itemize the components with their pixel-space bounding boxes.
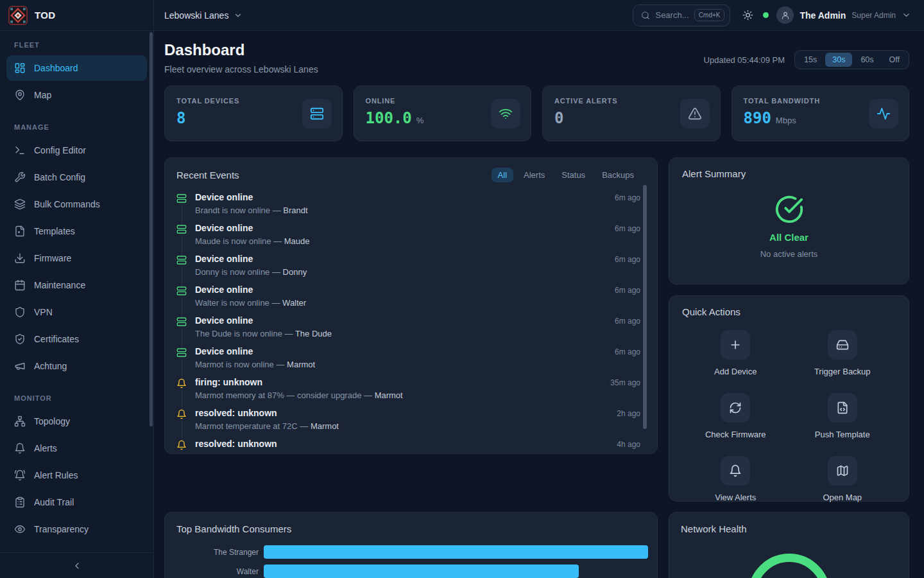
sidebar-item-label: Achtung — [34, 361, 67, 371]
sidebar-item-alerts[interactable]: Alerts — [6, 435, 147, 461]
sidebar-item-batch-config[interactable]: Batch Config — [6, 164, 147, 190]
terminal-icon — [14, 144, 26, 156]
activity-icon — [877, 107, 891, 121]
trigger-backup-button[interactable]: Trigger Backup — [814, 330, 871, 376]
updated-timestamp: Updated 05:44:09 PM — [704, 55, 785, 65]
tod-logo-icon — [8, 6, 28, 25]
quick-actions-panel: Quick Actions Add Device Trigger Backup … — [669, 295, 909, 502]
avatar — [776, 6, 794, 24]
sidebar-item-map[interactable]: Map — [6, 82, 147, 108]
sidebar-item-vpn[interactable]: VPN — [6, 299, 147, 325]
event-time: 6m ago — [615, 346, 640, 376]
bandwidth-device-label: Walter — [176, 567, 259, 576]
event-detail: Donny is now online — — [195, 267, 280, 277]
refresh-option-30s[interactable]: 30s — [825, 53, 852, 67]
quick-action-label: Trigger Backup — [814, 367, 871, 376]
event-detail: Walter is now online — — [195, 298, 280, 308]
sidebar-item-audit-trail[interactable]: Audit Trail — [6, 489, 147, 515]
sidebar-item-label: Bulk Commands — [34, 199, 100, 209]
theme-toggle[interactable] — [742, 10, 753, 21]
quick-action-label: Add Device — [714, 367, 757, 376]
tab-alerts[interactable]: Alerts — [517, 168, 551, 182]
page-subtitle: Fleet overview across Lebowski Lanes — [164, 64, 318, 74]
sidebar-item-label: Audit Trail — [34, 497, 74, 507]
sidebar-item-templates[interactable]: Templates — [6, 218, 147, 244]
refresh-option-15s[interactable]: 15s — [797, 53, 824, 67]
server-icon — [176, 193, 187, 204]
tab-status[interactable]: Status — [555, 168, 592, 182]
add-device-button[interactable]: Add Device — [714, 330, 757, 376]
page-header: Dashboard Fleet overview across Lebowski… — [164, 41, 909, 74]
sidebar-item-maintenance[interactable]: Maintenance — [6, 272, 147, 298]
sidebar-item-label: Transparency — [34, 524, 89, 534]
event-device: Marmot — [311, 421, 339, 431]
alert-summary-panel: Alert Summary All Clear No active alerts — [669, 157, 909, 285]
chevron-left-icon — [72, 561, 82, 571]
org-switcher[interactable]: Lebowski Lanes — [164, 10, 243, 21]
event-row: resolved: unknown 4h ago — [176, 438, 640, 454]
alert-triangle-icon — [688, 107, 702, 121]
event-detail: Maude is now online — — [195, 236, 282, 246]
sidebar-item-label: Certificates — [34, 334, 79, 344]
megaphone-icon — [14, 360, 26, 372]
sidebar-item-alert-rules[interactable]: Alert Rules — [6, 462, 147, 488]
sidebar-item-label: Alert Rules — [34, 470, 78, 480]
sidebar-item-topology[interactable]: Topology — [6, 408, 147, 434]
wrench-icon — [14, 171, 26, 183]
check-circle-icon — [774, 195, 804, 224]
sidebar-item-certificates[interactable]: Certificates — [6, 326, 147, 352]
sidebar-item-bulk-commands[interactable]: Bulk Commands — [6, 191, 147, 217]
tab-all[interactable]: All — [492, 168, 513, 182]
refresh-option-off[interactable]: Off — [882, 53, 907, 67]
view-alerts-button[interactable]: View Alerts — [715, 456, 756, 502]
search-input[interactable]: Search... Cmd+K — [633, 4, 730, 26]
sidebar-item-transparency[interactable]: Transparency — [6, 516, 147, 542]
bandwidth-row: The Stranger — [176, 545, 648, 559]
refresh-option-60s[interactable]: 60s — [853, 53, 880, 67]
top-bandwidth-panel: Top Bandwidth Consumers The Stranger Wal… — [164, 512, 658, 578]
sidebar-item-achtung[interactable]: Achtung — [6, 353, 147, 379]
sidebar-item-label: Config Editor — [34, 145, 86, 155]
event-device: Marmot — [287, 360, 315, 369]
section-label-fleet: FLEET — [14, 41, 147, 49]
sidebar-item-label: Map — [34, 90, 51, 100]
check-firmware-button[interactable]: Check Firmware — [705, 393, 766, 439]
stat-value: 100.0 — [366, 109, 412, 127]
user-name: The Admin — [800, 10, 846, 21]
refresh-icon — [729, 401, 742, 414]
network-health-panel: Network Health 100 — [669, 512, 909, 578]
event-row: Device online The Dude is now online — T… — [176, 315, 640, 346]
user-menu[interactable]: The Admin Super Admin — [776, 6, 911, 24]
sidebar-item-label: Templates — [34, 226, 75, 236]
bell-ring-icon — [14, 469, 26, 481]
sidebar-collapse-button[interactable] — [0, 552, 153, 578]
brand[interactable]: TOD — [0, 0, 154, 30]
sidebar-scrollbar[interactable] — [150, 32, 153, 426]
event-title: Device online — [195, 315, 606, 326]
alert-summary-status: All Clear — [769, 232, 809, 243]
event-title: Device online — [195, 191, 606, 203]
bandwidth-device-label: The Stranger — [176, 548, 259, 557]
sidebar-item-label: Maintenance — [34, 280, 85, 290]
tab-backups[interactable]: Backups — [595, 168, 640, 182]
file-icon — [14, 225, 26, 237]
sidebar-item-config-editor[interactable]: Config Editor — [6, 137, 147, 163]
stat-icon-chip — [869, 99, 898, 128]
user-icon — [781, 11, 790, 20]
sidebar-item-label: VPN — [34, 307, 53, 317]
event-time: 6m ago — [615, 253, 640, 284]
search-icon — [641, 11, 650, 20]
page-title: Dashboard — [164, 41, 318, 59]
server-icon — [176, 255, 187, 265]
sidebar-item-firmware[interactable]: Firmware — [6, 245, 147, 271]
event-row: firing: unknown Marmot memory at 87% — c… — [176, 376, 640, 407]
user-role: Super Admin — [851, 11, 896, 20]
open-map-button[interactable]: Open Map — [823, 456, 862, 502]
event-time: 6m ago — [615, 191, 640, 222]
sidebar-item-dashboard[interactable]: Dashboard — [6, 55, 147, 81]
file-code-icon — [836, 401, 849, 414]
refresh-interval-control: 15s 30s 60s Off — [794, 50, 909, 69]
event-detail: Marmot memory at 87% — consider upgrade … — [195, 390, 372, 400]
events-scrollbar[interactable] — [643, 185, 647, 429]
push-template-button[interactable]: Push Template — [815, 393, 870, 439]
